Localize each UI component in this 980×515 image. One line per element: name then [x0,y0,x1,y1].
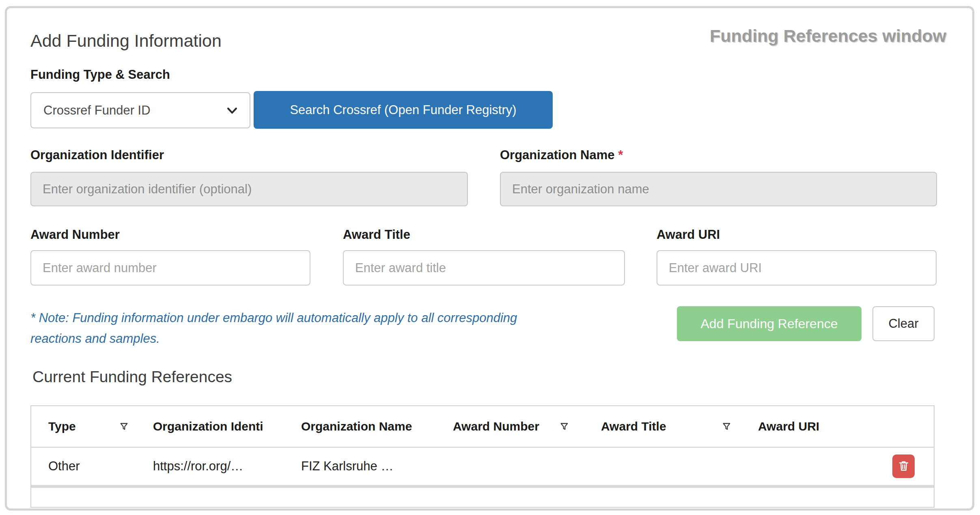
page-title: Add Funding Information [30,31,222,51]
award-uri-input[interactable] [657,250,937,286]
table-header-row: Type Organization Identi Organization Na… [31,406,934,448]
chevron-down-icon [225,104,239,117]
filter-icon[interactable] [559,421,570,432]
cell-award-title [597,448,744,485]
award-uri-label: Award URI [657,227,720,242]
cell-org-identifier: https://ror.org/… [153,448,301,485]
clear-button[interactable]: Clear [872,306,935,341]
cell-award-number [449,448,597,485]
column-header-award-uri: Award URI [744,406,851,447]
current-funding-references-heading: Current Funding References [32,368,232,386]
cell-type: Other [31,448,153,485]
org-name-label: Organization Name * [500,148,623,162]
org-identifier-input [30,172,468,206]
funding-references-window: Add Funding Information Funding Referenc… [5,6,974,511]
column-header-type: Type [31,406,153,447]
award-title-label: Award Title [343,227,410,242]
filter-icon[interactable] [721,421,732,432]
award-number-label: Award Number [30,227,120,242]
funding-type-label: Funding Type & Search [30,67,170,82]
search-crossref-button[interactable]: Search Crossref (Open Funder Registry) [254,91,553,129]
award-number-input[interactable] [30,250,310,286]
delete-reference-button[interactable] [892,454,915,478]
column-header-award-title: Award Title [597,406,744,447]
embargo-note: * Note: Funding information under embarg… [30,307,639,349]
cell-award-uri [744,448,851,485]
column-header-org-name: Organization Name [301,406,449,447]
org-name-input [500,172,937,206]
table-row-empty [31,486,934,508]
embargo-note-line1: * Note: Funding information under embarg… [30,307,639,328]
embargo-note-line2: reactions and samples. [30,328,639,349]
funding-references-table: Type Organization Identi Organization Na… [30,405,935,508]
add-funding-reference-button[interactable]: Add Funding Reference [677,306,862,341]
window-annotation: Funding References window [710,26,946,46]
trash-icon [897,459,910,474]
table-row: Other https://ror.org/… FIZ Karlsruhe … [31,448,934,486]
org-identifier-label: Organization Identifier [30,148,164,162]
column-header-actions [851,406,933,447]
cell-org-name: FIZ Karlsruhe … [301,448,449,485]
filter-icon[interactable] [118,421,129,432]
funding-type-select[interactable]: Crossref Funder ID [30,92,250,128]
cell-actions [851,448,933,485]
column-header-award-number: Award Number [449,406,597,447]
required-asterisk: * [618,148,623,162]
award-title-input[interactable] [343,250,625,286]
funding-type-selected-value: Crossref Funder ID [43,103,151,118]
column-header-org-identifier: Organization Identi [153,406,301,447]
